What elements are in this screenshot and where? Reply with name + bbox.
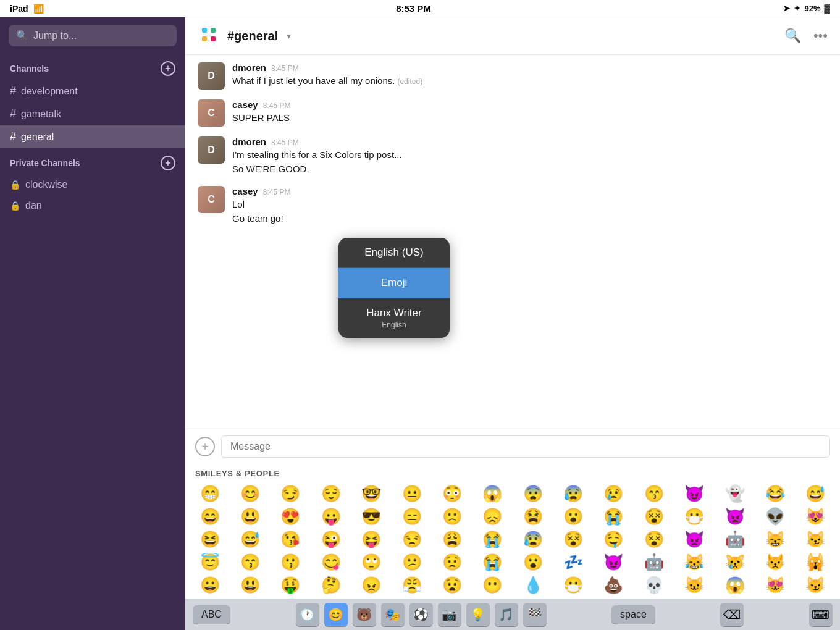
emoji-cell[interactable]: 😷 [675, 506, 714, 527]
emoji-cell[interactable]: 😠 [352, 574, 391, 596]
emoji-cell[interactable]: 😻 [796, 506, 835, 527]
sidebar-item-general[interactable]: # general [0, 125, 185, 148]
jump-to-search[interactable]: 🔍 Jump to... [9, 25, 177, 46]
emoji-cell[interactable]: 😸 [755, 529, 794, 550]
english-us-option[interactable]: English (US) [338, 238, 450, 268]
emoji-cell[interactable]: 😷 [553, 574, 592, 596]
sidebar-item-dan[interactable]: 🔒 dan [0, 195, 185, 216]
emoji-cell[interactable]: 😾 [755, 552, 794, 573]
emoji-cell[interactable]: 😌 [311, 483, 350, 505]
emoji-cell[interactable]: 😢 [594, 483, 633, 505]
activities-tab[interactable]: 🎭 [381, 603, 405, 626]
hanx-writer-option[interactable]: Hanx Writer English [338, 298, 450, 338]
more-options-button[interactable]: ••• [813, 28, 828, 44]
emoji-cell[interactable]: 😰 [513, 529, 552, 550]
emoji-cell[interactable]: 😳 [432, 483, 471, 505]
emoji-cell[interactable]: 😭 [473, 552, 512, 573]
smiley-tab[interactable]: 😊 [324, 603, 348, 626]
emoji-cell[interactable]: 😫 [513, 506, 552, 527]
emoji-cell[interactable]: 😒 [392, 529, 431, 550]
emoji-cell[interactable]: 🙄 [352, 552, 391, 573]
emoji-cell[interactable]: 😹 [675, 552, 714, 573]
emoji-cell[interactable]: 😼 [796, 574, 835, 596]
emoji-cell[interactable]: 😿 [715, 552, 754, 573]
emoji-cell[interactable]: 😊 [230, 483, 269, 505]
emoji-cell[interactable]: 😵 [634, 529, 673, 550]
emoji-cell[interactable]: 😎 [352, 506, 391, 527]
sports-tab[interactable]: ⚽ [410, 603, 433, 626]
sidebar-item-development[interactable]: # development [0, 80, 185, 103]
emoji-cell[interactable]: 😭 [594, 506, 633, 527]
symbols-tab[interactable]: 🎵 [495, 603, 518, 626]
sidebar-item-gametalk[interactable]: # gametalk [0, 103, 185, 125]
add-channel-button[interactable]: + [161, 61, 175, 76]
emoji-cell[interactable]: 👽 [755, 506, 794, 527]
message-input[interactable] [221, 435, 830, 458]
emoji-cell[interactable]: 😵 [634, 506, 673, 527]
emoji-cell[interactable]: 🙀 [796, 552, 835, 573]
space-button[interactable]: space [611, 605, 655, 624]
emoji-cell[interactable]: 😇 [190, 552, 229, 573]
add-attachment-button[interactable]: + [195, 437, 215, 456]
emoji-cell[interactable]: 🤑 [271, 574, 310, 596]
travel-tab[interactable]: 📷 [438, 603, 461, 626]
emoji-cell[interactable]: 😱 [715, 574, 754, 596]
emoji-cell[interactable]: 😼 [796, 529, 835, 550]
emoji-cell[interactable]: 🤤 [594, 529, 633, 550]
flags-tab[interactable]: 🏁 [523, 603, 547, 626]
emoji-cell[interactable]: 👻 [715, 483, 754, 505]
emoji-cell[interactable]: 👿 [715, 506, 754, 527]
emoji-cell[interactable]: 😄 [190, 506, 229, 527]
emoji-cell[interactable]: 😋 [311, 552, 350, 573]
emoji-cell[interactable]: 😘 [271, 529, 310, 550]
emoji-cell[interactable]: 💀 [634, 574, 673, 596]
emoji-cell[interactable]: 😜 [311, 529, 350, 550]
emoji-cell[interactable]: 😰 [553, 483, 592, 505]
emoji-cell[interactable]: 😏 [271, 483, 310, 505]
emoji-cell[interactable]: 😛 [311, 506, 350, 527]
emoji-option[interactable]: Emoji [338, 268, 450, 298]
emoji-cell[interactable]: 😙 [230, 552, 269, 573]
emoji-cell[interactable]: 💤 [553, 552, 592, 573]
emoji-cell[interactable]: 🙁 [432, 506, 471, 527]
emoji-cell[interactable]: 😧 [432, 574, 471, 596]
emoji-cell[interactable]: 👿 [675, 529, 714, 550]
emoji-cell[interactable]: 😗 [271, 552, 310, 573]
emoji-cell[interactable]: 😍 [271, 506, 310, 527]
emoji-cell[interactable]: 😅 [230, 529, 269, 550]
animals-tab[interactable]: 🐻 [353, 603, 376, 626]
emoji-cell[interactable]: 😟 [432, 552, 471, 573]
emoji-cell[interactable]: 😩 [432, 529, 471, 550]
emoji-cell[interactable]: 😻 [755, 574, 794, 596]
emoji-cell[interactable]: 😙 [634, 483, 673, 505]
emoji-cell[interactable]: 😨 [513, 483, 552, 505]
emoji-cell[interactable]: 😵 [553, 529, 592, 550]
emoji-cell[interactable]: 😈 [675, 483, 714, 505]
emoji-cell[interactable]: 😑 [392, 506, 431, 527]
emoji-cell[interactable]: 😮 [513, 552, 552, 573]
abc-button[interactable]: ABC [193, 605, 230, 624]
emoji-cell[interactable]: 😕 [392, 552, 431, 573]
emoji-cell[interactable]: 🤔 [311, 574, 350, 596]
add-private-channel-button[interactable]: + [161, 156, 175, 170]
delete-button[interactable]: ⌫ [720, 603, 744, 626]
emoji-cell[interactable]: 🤓 [352, 483, 391, 505]
recent-emoji-tab[interactable]: 🕐 [296, 603, 319, 626]
emoji-cell[interactable]: 😃 [230, 574, 269, 596]
emoji-cell[interactable]: 😱 [473, 483, 512, 505]
emoji-cell[interactable]: 🤖 [634, 552, 673, 573]
emoji-cell[interactable]: 😺 [675, 574, 714, 596]
emoji-cell[interactable]: 💧 [513, 574, 552, 596]
emoji-cell[interactable]: 😐 [392, 483, 431, 505]
emoji-cell[interactable]: 😝 [352, 529, 391, 550]
emoji-cell[interactable]: 🤖 [715, 529, 754, 550]
emoji-cell[interactable]: 😆 [190, 529, 229, 550]
channel-chevron-icon[interactable]: ▾ [287, 31, 291, 41]
emoji-cell[interactable]: 💩 [594, 574, 633, 596]
emoji-cell[interactable]: 😃 [230, 506, 269, 527]
emoji-cell[interactable]: 😁 [190, 483, 229, 505]
objects-tab[interactable]: 💡 [466, 603, 490, 626]
emoji-cell[interactable]: 😈 [594, 552, 633, 573]
emoji-cell[interactable]: 😞 [473, 506, 512, 527]
keyboard-switch-button[interactable]: ⌨ [809, 603, 833, 626]
